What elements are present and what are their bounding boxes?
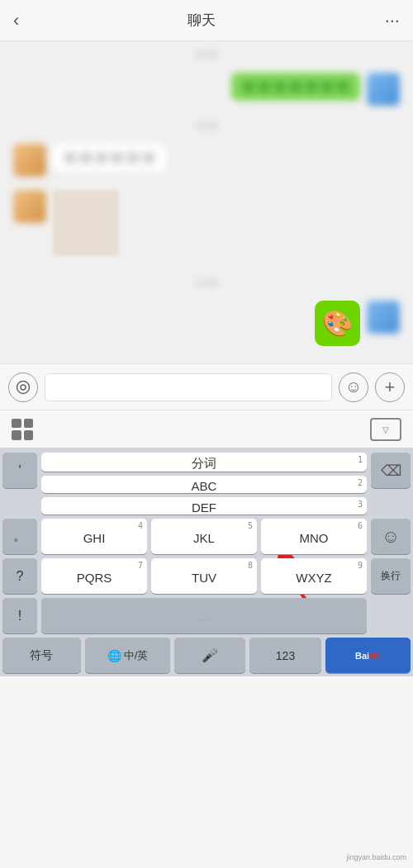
bubble-left bbox=[53, 144, 166, 172]
space-key[interactable]: ⎵ bbox=[41, 598, 367, 633]
keyboard-hide-button[interactable]: ▽ bbox=[370, 418, 401, 441]
bubble-right bbox=[231, 73, 360, 101]
right-col-row4 bbox=[371, 598, 411, 633]
key-row-1: ' 1 分词 2 ABC 3 DEF ⌫ bbox=[2, 453, 411, 515]
apps-cell-2 bbox=[24, 419, 34, 429]
message-left-1 bbox=[0, 137, 413, 183]
right-col-row1: ⌫ bbox=[371, 453, 411, 515]
toolbar-row: ▽ bbox=[0, 410, 413, 448]
timestamp-3: 12:00 bbox=[0, 269, 413, 294]
key-jkl[interactable]: 5 JKL bbox=[151, 519, 257, 554]
add-button[interactable]: + bbox=[375, 372, 405, 402]
palette-icon: 🎨 bbox=[322, 309, 353, 338]
zhongying-key[interactable]: 🌐 中/英 bbox=[85, 638, 170, 673]
key-row-3: ? 7 PQRS 8 TUV 9 WXYZ 换行 bbox=[2, 558, 411, 594]
header: ‹ 聊天 ··· bbox=[0, 0, 413, 41]
delete-key[interactable]: ⌫ bbox=[371, 453, 411, 488]
punct-exclaim[interactable]: ! bbox=[2, 598, 37, 633]
punct-col-4: ! bbox=[2, 598, 37, 633]
key-row-4: ! ⎵ bbox=[2, 598, 411, 633]
apps-cell-4 bbox=[24, 430, 34, 440]
key-pqrs[interactable]: 7 PQRS bbox=[41, 558, 147, 594]
timestamp-text-2: 12:00 bbox=[195, 121, 218, 130]
emoji-button[interactable]: ☺ bbox=[339, 372, 368, 402]
main-keys-row4: ⎵ bbox=[41, 598, 367, 633]
punct-question[interactable]: ? bbox=[2, 558, 37, 594]
emoji-key[interactable]: ☺ bbox=[371, 519, 411, 554]
main-keys-row1: 1 分词 2 ABC 3 DEF bbox=[41, 453, 367, 515]
avatar-left bbox=[13, 144, 46, 177]
punct-period[interactable]: 。 bbox=[2, 519, 37, 554]
paint-sticker: 🎨 bbox=[315, 301, 360, 346]
timestamp-2: 12:00 bbox=[0, 112, 413, 137]
key-abc[interactable]: 2 ABC bbox=[41, 476, 367, 493]
bottom-row: 符号 🌐 中/英 🎤 123 Baidu bbox=[2, 638, 411, 673]
punct-col-2: 。 bbox=[2, 519, 37, 554]
svg-point-1 bbox=[17, 381, 30, 393]
punct-col-3: ? bbox=[2, 558, 37, 594]
sticker-left bbox=[53, 190, 119, 256]
header-title: 聊天 bbox=[188, 11, 216, 30]
punct-col: ' bbox=[2, 453, 37, 515]
fuhao-key[interactable]: 符号 bbox=[2, 638, 81, 673]
input-bar: ☺ + bbox=[0, 363, 413, 410]
avatar-right bbox=[367, 73, 400, 106]
mic-key[interactable]: 🎤 bbox=[174, 638, 245, 673]
baidu-watermark: jingyan.baidu.com bbox=[346, 853, 406, 861]
message-right-paint: 🎨 bbox=[0, 294, 413, 353]
keyboard: ' 1 分词 2 ABC 3 DEF ⌫ 。 bbox=[0, 448, 413, 676]
key-row-2: 。 4 GHI 5 JKL 6 MNO ☺ bbox=[2, 519, 411, 554]
timestamp-1: 12:00 bbox=[0, 41, 413, 66]
avatar-left-2 bbox=[13, 190, 46, 223]
apps-button[interactable] bbox=[12, 419, 33, 440]
punct-comma[interactable]: ' bbox=[2, 453, 37, 488]
baidu-key[interactable]: Baidu bbox=[325, 638, 411, 673]
key-mno[interactable]: 6 MNO bbox=[261, 519, 367, 554]
timestamp-text: 12:00 bbox=[195, 50, 218, 59]
key-fenci[interactable]: 1 分词 bbox=[41, 453, 367, 472]
num123-key[interactable]: 123 bbox=[249, 638, 320, 673]
avatar-right-2 bbox=[367, 301, 400, 334]
more-button[interactable]: ··· bbox=[385, 10, 400, 31]
apps-cell-3 bbox=[12, 430, 21, 440]
back-button[interactable]: ‹ bbox=[13, 10, 19, 31]
key-ghi[interactable]: 4 GHI bbox=[41, 519, 147, 554]
timestamp-text-3: 12:00 bbox=[195, 277, 218, 287]
message-right-1 bbox=[0, 66, 413, 112]
main-keys-row3: 7 PQRS 8 TUV 9 WXYZ bbox=[41, 558, 367, 594]
huanhang-key[interactable]: 换行 bbox=[371, 558, 411, 594]
svg-point-2 bbox=[21, 385, 26, 390]
main-keys-row2: 4 GHI 5 JKL 6 MNO bbox=[41, 519, 367, 554]
message-left-sticker bbox=[0, 183, 413, 263]
key-wxyz[interactable]: 9 WXYZ bbox=[261, 558, 367, 594]
apps-cell-1 bbox=[12, 419, 21, 429]
right-col-row3: 换行 bbox=[371, 558, 411, 594]
spacer bbox=[371, 598, 411, 633]
voice-button[interactable] bbox=[8, 372, 38, 402]
key-def[interactable]: 3 DEF bbox=[41, 497, 367, 515]
key-tuv[interactable]: 8 TUV bbox=[151, 558, 257, 594]
chat-area: 12:00 12:00 bbox=[0, 41, 413, 363]
right-col-row2: ☺ bbox=[371, 519, 411, 554]
message-input[interactable] bbox=[45, 373, 332, 401]
